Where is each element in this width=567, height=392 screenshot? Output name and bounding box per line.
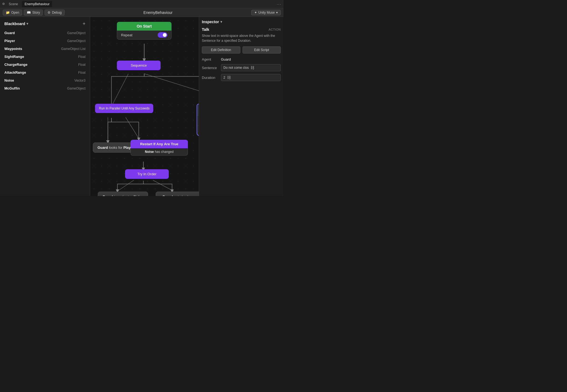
guard-patrols-node[interactable]: Guard patrols along Waypoints: [156, 192, 199, 196]
story-label: Story: [32, 11, 40, 14]
parallel-label: Run In Parallel Until Any Succeeds: [99, 106, 149, 110]
guard-looks-prefix: Guard: [98, 145, 108, 150]
duration-link-icon[interactable]: ⛓: [227, 75, 231, 80]
on-start-label: On Start: [117, 22, 172, 31]
talk-row-stands: Guard stands ground to Player: [197, 116, 199, 126]
parallel-node[interactable]: Run In Parallel Until Any Succeeds: [95, 104, 153, 113]
guard-investigates-node[interactable]: Guard investigates Noise: [98, 192, 148, 196]
svg-line-4: [126, 117, 139, 139]
debug-icon: ⚙: [48, 11, 51, 14]
toolbar: 📁 Open 📖 Story ⚙ Debug EnemyBehaviour ✦ …: [0, 8, 284, 17]
tab-scene-label: Scene: [9, 2, 18, 6]
sentence-input[interactable]: Do not come clos ⛓: [221, 64, 281, 71]
bb-mcguffin-type: GameObject: [67, 87, 85, 90]
bb-waypoints-type: GameObject List: [61, 47, 85, 51]
blackboard-header: Blackboard ▾ +: [0, 20, 90, 29]
bb-waypoints-name: Waypoints: [4, 47, 22, 51]
duration-input[interactable]: 2 ⛓: [221, 74, 281, 81]
bb-player-name: Player: [4, 39, 15, 43]
toolbar-title: EnemyBehaviour: [66, 10, 250, 15]
debug-label: Debug: [52, 11, 61, 14]
sequence-node[interactable]: Sequence: [117, 61, 161, 70]
bb-row-guard: Guard GameObject: [0, 29, 90, 37]
bb-row-waypoints: Waypoints GameObject List: [0, 45, 90, 53]
inspector-title: Inspector: [202, 20, 219, 24]
blackboard-title: Blackboard: [4, 22, 25, 26]
bb-guard-name: Guard: [4, 31, 15, 35]
blackboard-panel: Blackboard ▾ + Guard GameObject Player G…: [0, 17, 90, 196]
bb-guard-type: GameObject: [67, 31, 85, 35]
guard-looks-text: Guard looks for Player: [98, 145, 134, 150]
unity-muse-button[interactable]: ✦ Unity Muse ▾: [251, 10, 281, 15]
main-layout: Blackboard ▾ + Guard GameObject Player G…: [0, 17, 284, 196]
bb-chargerange-type: Float: [78, 63, 85, 67]
on-start-node[interactable]: On Start Repeat: [117, 22, 172, 40]
edit-script-button[interactable]: Edit Script: [243, 46, 281, 54]
talk-selected-box[interactable]: Guard Says Do not come closer ⛓ Guard st…: [197, 104, 199, 136]
try-order-node[interactable]: Try In Order: [125, 169, 169, 179]
talk-row-says: Guard Says Do not come closer ⛓: [197, 104, 199, 116]
restart-node[interactable]: Restart If Any Are True Noise has change…: [131, 140, 188, 156]
repeat-label: Repeat: [121, 33, 132, 37]
bb-noise-name: Noise: [4, 78, 14, 82]
inspector-header: Inspector ▾: [202, 20, 281, 24]
inspector-title-row: Talk ACTION: [202, 27, 281, 32]
inspector-field-agent: Agent Guard: [202, 57, 281, 61]
blackboard-chevron-icon: ▾: [26, 22, 28, 26]
bb-row-sightrange: SightRange Float: [0, 53, 90, 61]
toggle-knob: [163, 33, 167, 37]
inspector-buttons: Edit Definition Edit Script: [202, 46, 281, 54]
bb-sightrange-type: Float: [78, 55, 85, 59]
svg-line-7: [153, 180, 173, 191]
bb-row-noise: Noise Vector3: [0, 76, 90, 84]
canvas-area[interactable]: On Start Repeat Sequence Run In Parallel…: [90, 17, 199, 196]
inspector-chevron-icon: ▾: [220, 20, 222, 24]
bb-row-attackrange: AttackRange Float: [0, 69, 90, 76]
open-label: Open: [11, 11, 19, 14]
story-button[interactable]: 📖 Story: [24, 10, 43, 16]
bb-chargerange-name: ChargeRange: [4, 63, 28, 67]
svg-line-6: [117, 180, 134, 191]
tab-scene[interactable]: Scene: [6, 1, 21, 7]
bb-player-type: GameObject: [67, 39, 85, 43]
field-label-agent: Agent: [202, 57, 221, 61]
try-order-label: Try In Order: [137, 172, 156, 176]
unity-muse-label: Unity Muse: [258, 11, 275, 14]
sequence-label: Sequence: [131, 63, 147, 67]
unity-muse-chevron: ▾: [276, 11, 278, 14]
bb-row-player: Player GameObject: [0, 37, 90, 45]
inspector-description: Show text in world-space above the Agent…: [202, 33, 281, 43]
blackboard-add-button[interactable]: +: [82, 21, 85, 26]
guard-investigates-prefix: Guard: [102, 195, 113, 196]
duration-value: 2: [223, 76, 225, 79]
field-label-sentence: Sentence: [202, 66, 221, 70]
open-button[interactable]: 📁 Open: [3, 10, 22, 16]
inspector-field-sentence: Sentence Do not come clos ⛓: [202, 64, 281, 71]
restart-label: Restart If Any Are True: [131, 140, 188, 148]
svg-line-2: [144, 74, 199, 104]
debug-button[interactable]: ⚙ Debug: [45, 10, 64, 16]
sentence-link-icon[interactable]: ⛓: [250, 66, 254, 70]
bb-row-chargerange: ChargeRange Float: [0, 61, 90, 69]
noise-label: Noise: [145, 150, 154, 154]
talk-row-attacks: Guard attacks Player: [197, 126, 199, 135]
repeat-toggle[interactable]: [158, 32, 167, 38]
svg-line-1: [111, 74, 128, 106]
tab-enemy-behaviour[interactable]: EnemyBehaviour: [22, 1, 52, 7]
tab-enemy-label: EnemyBehaviour: [25, 2, 49, 6]
restart-condition-rest: has changed: [155, 150, 174, 154]
sentence-value: Do not come clos: [223, 66, 249, 70]
bb-noise-type: Vector3: [74, 79, 85, 82]
bb-sightrange-name: SightRange: [4, 55, 24, 59]
unity-muse-icon: ✦: [254, 11, 257, 14]
bb-attackrange-name: AttackRange: [4, 70, 26, 75]
guard-patrols-prefix: Guard: [162, 195, 173, 196]
edit-definition-button[interactable]: Edit Definition: [202, 46, 240, 54]
inspector-field-duration: Duration 2 ⛓: [202, 74, 281, 81]
folder-icon: 📁: [6, 11, 10, 14]
bb-row-mcguffin: McGuffin GameObject: [0, 84, 90, 92]
more-options-icon[interactable]: ⋯: [276, 1, 281, 7]
field-label-duration: Duration: [202, 76, 221, 80]
inspector-action-label: ACTION: [268, 28, 281, 31]
field-value-agent: Guard: [221, 57, 231, 61]
